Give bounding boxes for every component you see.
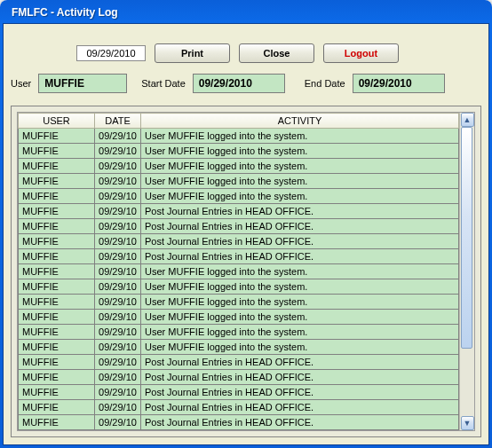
cell-activity: User MUFFIE logged into the system. xyxy=(141,189,459,204)
cell-user: MUFFIE xyxy=(19,325,95,340)
cell-activity: User MUFFIE logged into the system. xyxy=(141,279,459,295)
table-row[interactable]: MUFFIE09/29/10User MUFFIE logged into th… xyxy=(19,159,459,174)
cell-date: 09/29/10 xyxy=(95,129,141,144)
cell-user: MUFFIE xyxy=(19,219,95,234)
vertical-scrollbar[interactable]: ▲ ▼ xyxy=(459,113,474,430)
table-row[interactable]: MUFFIE09/29/10User MUFFIE logged into th… xyxy=(19,129,459,144)
client-area: 09/29/2010 Print Close Logout User Start… xyxy=(3,23,489,445)
cell-date: 09/29/10 xyxy=(95,189,141,204)
cell-date: 09/29/10 xyxy=(95,415,141,430)
cell-user: MUFFIE xyxy=(19,310,95,325)
table-row[interactable]: MUFFIE09/29/10Post Journal Entries in HE… xyxy=(19,385,459,400)
cell-date: 09/29/10 xyxy=(95,385,141,400)
table-row[interactable]: MUFFIE09/29/10Post Journal Entries in HE… xyxy=(19,415,459,430)
cell-activity: User MUFFIE logged into the system. xyxy=(141,144,459,159)
cell-date: 09/29/10 xyxy=(95,279,141,295)
table-row[interactable]: MUFFIE09/29/10User MUFFIE logged into th… xyxy=(19,279,459,295)
cell-date: 09/29/10 xyxy=(95,219,141,234)
table-row[interactable]: MUFFIE09/29/10User MUFFIE logged into th… xyxy=(19,144,459,159)
scroll-track[interactable] xyxy=(460,127,474,416)
table-row[interactable]: MUFFIE09/29/10User MUFFIE logged into th… xyxy=(19,189,459,204)
cell-user: MUFFIE xyxy=(19,415,95,430)
app-window: FMLFC - Activity Log 09/29/2010 Print Cl… xyxy=(0,0,492,448)
cell-activity: User MUFFIE logged into the system. xyxy=(141,174,459,189)
cell-user: MUFFIE xyxy=(19,159,95,174)
user-field[interactable] xyxy=(38,74,127,93)
cell-user: MUFFIE xyxy=(19,295,95,310)
cell-activity: Post Journal Entries in HEAD OFFICE. xyxy=(141,249,459,264)
filter-row: User Start Date End Date xyxy=(11,74,481,93)
cell-activity: Post Journal Entries in HEAD OFFICE. xyxy=(141,219,459,234)
grid-body: USER DATE ACTIVITY MUFFIE09/29/10User MU… xyxy=(18,113,459,430)
cell-user: MUFFIE xyxy=(19,189,95,204)
cell-activity: User MUFFIE logged into the system. xyxy=(141,159,459,174)
table-row[interactable]: MUFFIE09/29/10Post Journal Entries in HE… xyxy=(19,204,459,219)
cell-date: 09/29/10 xyxy=(95,310,141,325)
start-date-label: Start Date xyxy=(141,78,186,89)
cell-user: MUFFIE xyxy=(19,204,95,219)
cell-user: MUFFIE xyxy=(19,144,95,159)
table-row[interactable]: MUFFIE09/29/10User MUFFIE logged into th… xyxy=(19,174,459,189)
scroll-up-arrow-icon[interactable]: ▲ xyxy=(461,113,474,127)
header-activity[interactable]: ACTIVITY xyxy=(141,114,459,129)
cell-date: 09/29/10 xyxy=(95,204,141,219)
table-row[interactable]: MUFFIE09/29/10User MUFFIE logged into th… xyxy=(19,295,459,310)
table-row[interactable]: MUFFIE09/29/10User MUFFIE logged into th… xyxy=(19,310,459,325)
table-row[interactable]: MUFFIE09/29/10Post Journal Entries in HE… xyxy=(19,355,459,370)
cell-user: MUFFIE xyxy=(19,370,95,385)
cell-date: 09/29/10 xyxy=(95,325,141,340)
cell-activity: User MUFFIE logged into the system. xyxy=(141,295,459,310)
cell-user: MUFFIE xyxy=(19,340,95,355)
table-row[interactable]: MUFFIE09/29/10Post Journal Entries in HE… xyxy=(19,370,459,385)
cell-user: MUFFIE xyxy=(19,355,95,370)
logout-button[interactable]: Logout xyxy=(323,43,399,63)
cell-date: 09/29/10 xyxy=(95,234,141,249)
cell-user: MUFFIE xyxy=(19,279,95,295)
cell-user: MUFFIE xyxy=(19,249,95,264)
end-date-field[interactable] xyxy=(353,74,445,93)
current-date-display: 09/29/2010 xyxy=(76,45,146,61)
cell-user: MUFFIE xyxy=(19,264,95,279)
user-label: User xyxy=(11,78,31,89)
table-header-row: USER DATE ACTIVITY xyxy=(19,114,459,129)
cell-activity: Post Journal Entries in HEAD OFFICE. xyxy=(141,234,459,249)
scroll-down-arrow-icon[interactable]: ▼ xyxy=(461,416,474,430)
cell-activity: User MUFFIE logged into the system. xyxy=(141,129,459,144)
cell-activity: Post Journal Entries in HEAD OFFICE. xyxy=(141,355,459,370)
cell-activity: User MUFFIE logged into the system. xyxy=(141,310,459,325)
activity-table: USER DATE ACTIVITY MUFFIE09/29/10User MU… xyxy=(18,113,459,430)
table-row[interactable]: MUFFIE09/29/10User MUFFIE logged into th… xyxy=(19,264,459,279)
cell-activity: User MUFFIE logged into the system. xyxy=(141,340,459,355)
table-row[interactable]: MUFFIE09/29/10User MUFFIE logged into th… xyxy=(19,340,459,355)
cell-date: 09/29/10 xyxy=(95,370,141,385)
table-row[interactable]: MUFFIE09/29/10Post Journal Entries in HE… xyxy=(19,400,459,415)
header-user[interactable]: USER xyxy=(19,114,95,129)
window-title: FMLFC - Activity Log xyxy=(12,6,118,19)
activity-table-container: USER DATE ACTIVITY MUFFIE09/29/10User MU… xyxy=(11,106,481,437)
cell-user: MUFFIE xyxy=(19,400,95,415)
close-button[interactable]: Close xyxy=(239,43,314,63)
window-titlebar[interactable]: FMLFC - Activity Log xyxy=(3,3,489,23)
cell-date: 09/29/10 xyxy=(95,159,141,174)
cell-activity: Post Journal Entries in HEAD OFFICE. xyxy=(141,400,459,415)
cell-date: 09/29/10 xyxy=(95,174,141,189)
cell-user: MUFFIE xyxy=(19,234,95,249)
end-date-label: End Date xyxy=(305,78,345,89)
table-row[interactable]: MUFFIE09/29/10User MUFFIE logged into th… xyxy=(19,325,459,340)
cell-date: 09/29/10 xyxy=(95,249,141,264)
cell-date: 09/29/10 xyxy=(95,400,141,415)
header-date[interactable]: DATE xyxy=(95,114,141,129)
cell-user: MUFFIE xyxy=(19,385,95,400)
table-row[interactable]: MUFFIE09/29/10Post Journal Entries in HE… xyxy=(19,234,459,249)
print-button[interactable]: Print xyxy=(155,43,230,63)
start-date-field[interactable] xyxy=(193,74,285,93)
cell-date: 09/29/10 xyxy=(95,295,141,310)
cell-activity: Post Journal Entries in HEAD OFFICE. xyxy=(141,385,459,400)
table-row[interactable]: MUFFIE09/29/10Post Journal Entries in HE… xyxy=(19,219,459,234)
scroll-thumb[interactable] xyxy=(461,127,472,349)
cell-date: 09/29/10 xyxy=(95,144,141,159)
activity-grid: USER DATE ACTIVITY MUFFIE09/29/10User MU… xyxy=(17,112,475,431)
cell-date: 09/29/10 xyxy=(95,264,141,279)
cell-date: 09/29/10 xyxy=(95,340,141,355)
table-row[interactable]: MUFFIE09/29/10Post Journal Entries in HE… xyxy=(19,249,459,264)
